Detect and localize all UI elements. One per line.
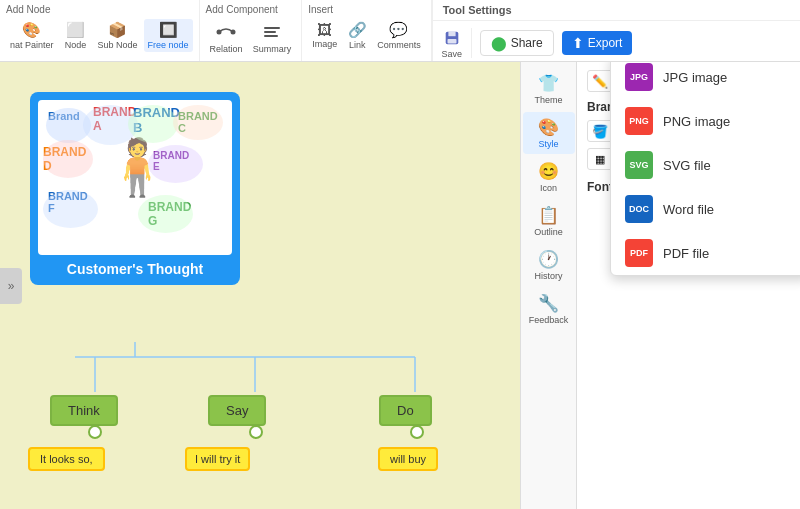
painter-icon: 🎨: [22, 21, 41, 39]
jpg-badge: JPG: [625, 63, 653, 91]
collapse-button[interactable]: »: [0, 268, 22, 304]
add-node-label: Add Node: [6, 4, 193, 15]
export-button[interactable]: ⬆ Export: [562, 31, 633, 55]
outline-icon: 📋: [538, 205, 559, 226]
side-icon-feedback[interactable]: 🔧 Feedback: [523, 288, 575, 330]
toolbar-item-image[interactable]: 🖼 Image: [308, 19, 341, 51]
svg-point-0: [217, 30, 222, 35]
canvas-area[interactable]: » Brand BRANDA B: [0, 62, 520, 509]
toolbar-item-relation[interactable]: Relation: [206, 19, 247, 56]
svg-rect-7: [447, 39, 456, 44]
export-item-svg[interactable]: SVG SVG file: [611, 143, 800, 187]
svg-rect-4: [264, 35, 278, 37]
toolbar-item-link[interactable]: 🔗 Link: [343, 19, 371, 52]
main-node-title: Customer's Thought: [38, 261, 232, 277]
image-icon: 🖼: [317, 21, 332, 38]
svg-badge: SVG: [625, 151, 653, 179]
tool-settings-title: Tool Settings: [433, 0, 800, 21]
sub-text-looks[interactable]: It looks so,: [28, 447, 105, 471]
right-panel-content: ✏️ ▼ ≡ ▼ ☰ ▼ Branch 🪣 ▼ ✏️ ▼ ⬜ ▼: [577, 62, 800, 509]
sub-text-buy[interactable]: will buy: [378, 447, 438, 471]
relation-icon: [215, 21, 237, 43]
main-node[interactable]: Brand BRANDA BRANDB BRANDC BRANDD BRANDE…: [30, 92, 240, 285]
toolbar-item-node[interactable]: ⬜ Node: [60, 19, 92, 52]
save-icon: [441, 27, 463, 49]
add-component-label: Add Component: [206, 4, 296, 15]
history-icon: 🕐: [538, 249, 559, 270]
export-item-word[interactable]: DOC Word file: [611, 187, 800, 231]
share-button[interactable]: ⬤ Share: [480, 30, 554, 56]
theme-icon: 👕: [538, 73, 559, 94]
think-connector: [88, 425, 102, 439]
col-separator: [471, 28, 472, 58]
freenode-icon: 🔲: [159, 21, 178, 39]
side-icon-icon[interactable]: 😊 Icon: [523, 156, 575, 198]
subnode-icon: 📦: [108, 21, 127, 39]
pdf-badge: PDF: [625, 239, 653, 267]
node-say[interactable]: Say: [208, 395, 266, 426]
toolbar-item-painter[interactable]: 🎨 nat Painter: [6, 19, 58, 52]
share-icon: ⬤: [491, 35, 507, 51]
do-connector: [410, 425, 424, 439]
node-think[interactable]: Think: [50, 395, 118, 426]
png-badge: PNG: [625, 107, 653, 135]
tool-settings-header: Tool Settings Save ⬤ Share ⬆ Export: [432, 0, 800, 61]
toolbar-item-comments[interactable]: 💬 Comments: [373, 19, 425, 52]
toolbar-section-add-component: Add Component Relation Summary: [200, 0, 303, 61]
style-icon: 🎨: [538, 117, 559, 138]
export-dropdown: JPG JPG image PNG PNG image SVG SVG file…: [610, 62, 800, 276]
insert-label: Insert: [308, 4, 425, 15]
toolbar-item-summary[interactable]: Summary: [249, 19, 296, 56]
export-item-png[interactable]: PNG PNG image: [611, 99, 800, 143]
export-item-pdf[interactable]: PDF PDF file: [611, 231, 800, 275]
node-do[interactable]: Do: [379, 395, 432, 426]
export-icon: ⬆: [572, 35, 584, 51]
svg-rect-6: [448, 32, 455, 37]
save-button[interactable]: Save: [441, 27, 463, 59]
side-icon-history[interactable]: 🕐 History: [523, 244, 575, 286]
svg-point-1: [231, 30, 236, 35]
side-icons-panel: 👕 Theme 🎨 Style 😊 Icon 📋 Outline 🕐 Histo…: [521, 62, 577, 509]
svg-rect-3: [264, 31, 276, 33]
side-icon-style[interactable]: 🎨 Style: [523, 112, 575, 154]
side-icon-theme[interactable]: 👕 Theme: [523, 68, 575, 110]
feedback-icon: 🔧: [538, 293, 559, 314]
export-item-jpg[interactable]: JPG JPG image: [611, 62, 800, 99]
toolbar-section-insert: Insert 🖼 Image 🔗 Link 💬 Comments: [302, 0, 432, 61]
toolbar-item-subnode[interactable]: 📦 Sub Node: [94, 19, 142, 52]
icon-icon: 😊: [538, 161, 559, 182]
summary-icon: [261, 21, 283, 43]
comments-icon: 💬: [389, 21, 408, 39]
toolbar-item-freenode[interactable]: 🔲 Free node: [144, 19, 193, 52]
sub-text-try[interactable]: I will try it: [185, 447, 250, 471]
word-badge: DOC: [625, 195, 653, 223]
svg-rect-2: [264, 27, 280, 29]
node-image: Brand BRANDA BRANDB BRANDC BRANDD BRANDE…: [38, 100, 232, 255]
say-connector: [249, 425, 263, 439]
toolbar-section-add-node: Add Node 🎨 nat Painter ⬜ Node 📦 Sub Node…: [0, 0, 200, 61]
link-icon: 🔗: [348, 21, 367, 39]
side-icon-outline[interactable]: 📋 Outline: [523, 200, 575, 242]
node-icon: ⬜: [66, 21, 85, 39]
